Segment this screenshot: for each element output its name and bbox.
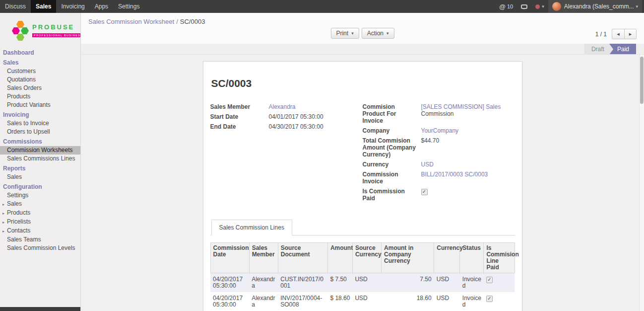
sidebar-item-config-products[interactable]: ▸Products — [0, 209, 80, 218]
breadcrumb-parent-link[interactable]: Sales Commission Worksheet — [88, 18, 174, 25]
action-button[interactable]: Action▾ — [362, 28, 394, 39]
company-link[interactable]: YourCompany — [421, 127, 459, 134]
line-paid-checkbox[interactable]: ✓ — [486, 277, 493, 283]
main-area: Sales Commission Worksheet/SC/0003 Print… — [81, 13, 644, 311]
sidebar-header-dashboard[interactable]: Dashboard — [0, 49, 80, 57]
brand-name: PROBUSE — [32, 23, 81, 31]
cell-member: Alexandra — [249, 273, 278, 293]
sidebar-item-sales-teams[interactable]: Sales Teams — [0, 235, 80, 244]
vertical-scrollbar[interactable] — [639, 55, 644, 311]
odoo-app-window: Discuss Sales Invoicing Apps Settings @ … — [0, 0, 644, 311]
sidebar-item-orders-to-upsell[interactable]: Orders to Upsell — [0, 128, 80, 136]
form-sheet: SC/0003 Sales Member Alexandra Start Dat… — [203, 61, 522, 311]
sidebar-item-label: Sales — [7, 200, 22, 207]
sidebar-item-settings[interactable]: Settings — [0, 191, 80, 200]
pager-value: 1 / 1 — [595, 31, 607, 38]
debug-menu[interactable]: ▾ — [531, 0, 548, 13]
col-is-commission-line-paid[interactable]: Is Commision Line Paid — [484, 243, 515, 273]
chat-icon — [521, 4, 527, 9]
commission-invoice-link[interactable]: BILL/2017/0003 SC/0003 — [421, 171, 488, 178]
sidebar-item-label: Pricelists — [7, 218, 31, 225]
sidebar-header-commissions[interactable]: Commissions — [0, 136, 80, 146]
avatar — [552, 2, 561, 11]
breadcrumb-separator: / — [176, 18, 178, 25]
tab-sales-commission-lines[interactable]: Sales Commission Lines — [211, 220, 292, 235]
sidebar-item-reports-sales[interactable]: Sales — [0, 173, 80, 181]
menu-apps[interactable]: Apps — [90, 0, 113, 13]
cell-status: Invoiced — [460, 273, 484, 293]
systray: @ 10 ▾ Alexandra (Sales_comm... ▾ — [495, 0, 644, 13]
sales-member-link[interactable]: Alexandra — [269, 103, 296, 110]
sidebar-header-sales[interactable]: Sales — [0, 57, 80, 67]
table-row[interactable]: 04/20/2017 05:30:00 Alexandra CUST.IN/20… — [210, 273, 515, 293]
menu-sales[interactable]: Sales — [31, 0, 56, 13]
line-paid-checkbox[interactable]: ✓ — [486, 296, 493, 302]
record-title: SC/0003 — [211, 78, 515, 89]
sidebar-item-sales-commission-levels[interactable]: Sales Commission Levels — [0, 244, 80, 252]
cell-date: 04/20/2017 05:30:00 — [210, 273, 249, 293]
sidebar-item-config-contacts[interactable]: ▸Contacts — [0, 227, 80, 235]
sidebar-item-config-pricelists[interactable]: ▸Pricelists — [0, 218, 80, 227]
check-icon: ✓ — [422, 189, 426, 194]
cell-paid: ✓ — [484, 273, 515, 293]
cell-source-currency: USD — [352, 273, 381, 293]
col-source-currency[interactable]: Source Currency — [352, 243, 381, 273]
sidebar-item-sales-commissions-lines[interactable]: Sales Commissions Lines — [0, 155, 80, 163]
pager-previous-button[interactable]: ◂ — [612, 29, 624, 39]
sidebar-item-products[interactable]: Products — [0, 92, 80, 101]
cell-doc: CUST.IN/2017/0001 — [278, 273, 327, 293]
sidebar-item-sales-orders[interactable]: Sales Orders — [0, 84, 80, 92]
user-name: Alexandra (Sales_comm... — [564, 3, 634, 10]
currency-link[interactable]: USD — [421, 161, 434, 168]
table-row[interactable]: 04/20/2017 05:30:00 Alexandra INV/2017/0… — [210, 292, 515, 311]
col-source-document[interactable]: Source Document — [278, 243, 327, 273]
field-label-sales-member: Sales Member — [210, 103, 269, 110]
commission-product-link[interactable]: [SALES COMMISSION] Sales — [421, 103, 501, 110]
sidebar-item-config-sales[interactable]: ▸Sales — [0, 200, 80, 209]
sidebar-item-sales-to-invoice[interactable]: Sales to Invoice — [0, 119, 80, 128]
activity-menu[interactable]: @ 10 — [495, 0, 517, 13]
is-commission-paid-checkbox[interactable]: ✓ — [421, 189, 428, 195]
sidebar-item-product-variants[interactable]: Product Variants — [0, 101, 80, 109]
field-label-total-commission: Total Commision Amount (Company Currency… — [363, 137, 421, 158]
top-navbar: Discuss Sales Invoicing Apps Settings @ … — [0, 0, 644, 13]
print-button[interactable]: Print▾ — [330, 28, 359, 39]
sidebar-item-customers[interactable]: Customers — [0, 67, 80, 76]
cell-currency: USD — [434, 273, 460, 293]
chevron-down-icon: ▾ — [351, 31, 354, 36]
check-icon: ✓ — [487, 296, 491, 301]
menu-settings[interactable]: Settings — [113, 0, 144, 13]
sidebar-header-configuration[interactable]: Configuration — [0, 181, 80, 191]
notebook: Sales Commission Lines Commission Date S… — [210, 220, 515, 311]
control-panel-buttons: Print▾ Action▾ — [330, 28, 394, 39]
col-status[interactable]: Status — [460, 243, 484, 273]
col-amount-company-currency[interactable]: Amount in Company Currency — [382, 243, 434, 273]
pager-next-button[interactable]: ▸ — [624, 29, 637, 39]
col-commission-date[interactable]: Commission Date — [210, 243, 249, 273]
user-menu[interactable]: Alexandra (Sales_comm... ▾ — [548, 0, 642, 13]
commission-lines-table: Commission Date Sales Member Source Docu… — [210, 242, 515, 311]
logo-hexagons-icon — [12, 20, 30, 41]
sidebar-header-reports[interactable]: Reports — [0, 163, 80, 173]
pager: 1 / 1 ◂ ▸ — [595, 29, 637, 39]
status-paid[interactable]: Paid — [609, 44, 636, 54]
col-amount[interactable]: Amount — [327, 243, 352, 273]
col-currency[interactable]: Currency — [434, 243, 460, 273]
menu-discuss[interactable]: Discuss — [0, 0, 31, 13]
probuse-logo: PROBUSE PROFESSIONAL BUSINESS — [0, 13, 80, 49]
sidebar-item-label: Products — [7, 209, 30, 216]
menu-invoicing[interactable]: Invoicing — [56, 0, 89, 13]
field-label-end-date: End Date — [210, 123, 269, 130]
messages-menu[interactable] — [517, 0, 531, 13]
col-sales-member[interactable]: Sales Member — [249, 243, 278, 273]
sidebar-item-quotations[interactable]: Quotations — [0, 76, 80, 84]
sidebar-header-invoicing[interactable]: Invoicing — [0, 109, 80, 119]
cell-source-currency: USD — [352, 292, 381, 311]
cell-currency: USD — [434, 292, 460, 311]
app-menu-bar: Discuss Sales Invoicing Apps Settings — [0, 0, 144, 13]
pager-buttons: ◂ ▸ — [612, 29, 637, 39]
sidebar-item-commission-worksheets[interactable]: Commission Worksheets — [0, 146, 80, 155]
start-date-value: 04/01/2017 05:30:00 — [269, 113, 359, 120]
status-draft[interactable]: Draft — [584, 44, 609, 54]
scrollbar-thumb[interactable] — [640, 57, 644, 104]
